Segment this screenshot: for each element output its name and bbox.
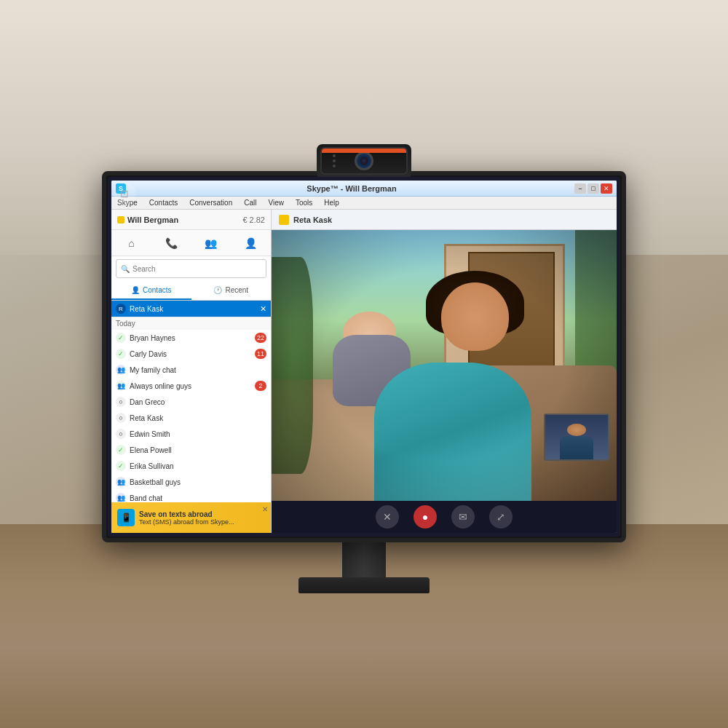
woman-body xyxy=(374,363,531,501)
list-item[interactable]: ✓ Bryan Haynes 22 xyxy=(111,330,271,346)
small-video-scene xyxy=(545,415,608,459)
woman-figure xyxy=(341,271,565,501)
screen: S Skype™ - Will Bergman − □ ✕ Skype Cont… xyxy=(108,177,620,537)
add-contact-nav-button[interactable]: 👤 xyxy=(241,233,261,253)
minimize-button[interactable]: − xyxy=(574,183,586,194)
home-nav-button[interactable]: ⌂ xyxy=(121,233,141,253)
contact-avatar: ✓ xyxy=(116,333,126,343)
webcam-dot-2 xyxy=(333,159,336,162)
webcam-body xyxy=(320,147,408,175)
recent-tab-icon: 🕐 xyxy=(213,286,222,294)
unread-badge: 22 xyxy=(255,333,266,343)
section-today: Today xyxy=(111,317,271,330)
menu-bar: Skype Contacts Conversation Call View To… xyxy=(111,197,617,210)
webcam-dot-3 xyxy=(333,165,336,167)
contact-name: Elena Powell xyxy=(130,446,266,454)
maximize-button[interactable]: □ xyxy=(587,183,599,194)
contact-avatar: 👥 xyxy=(116,477,126,487)
user-header: Will Bergman € 2.82 xyxy=(111,210,271,230)
main-content: Will Bergman € 2.82 ⌂ 📞 👥 👤 🔍 xyxy=(111,210,617,533)
contact-name: Erika Sullivan xyxy=(130,462,266,470)
send-message-button[interactable]: ✉ xyxy=(451,505,475,529)
call-nav-button[interactable]: 📞 xyxy=(161,233,181,253)
contact-name: Basketball guys xyxy=(130,478,266,486)
search-input[interactable] xyxy=(132,265,261,273)
active-contact-item[interactable]: R Reta Kask ✕ xyxy=(111,301,271,317)
monitor: S Skype™ - Will Bergman − □ ✕ Skype Cont… xyxy=(102,171,626,542)
contact-avatar: ✓ xyxy=(116,445,126,455)
contact-tabs: 👤 Contacts 🕐 Recent xyxy=(111,281,271,301)
contact-avatar: 👥 xyxy=(116,381,126,391)
menu-contacts[interactable]: Contacts xyxy=(146,197,181,208)
woman-face xyxy=(441,282,508,352)
list-item[interactable]: ✓ Elena Powell xyxy=(111,442,271,458)
call-contact-status-icon xyxy=(279,215,289,225)
tab-recent[interactable]: 🕐 Recent xyxy=(191,281,272,300)
call-header: Reta Kask xyxy=(272,210,617,230)
contact-name: Bryan Haynes xyxy=(130,334,251,342)
unread-badge: 11 xyxy=(255,349,266,359)
group-nav-button[interactable]: 👥 xyxy=(201,233,221,253)
window-controls: − □ ✕ xyxy=(574,183,612,194)
nav-icons: ⌂ 📞 👥 👤 xyxy=(111,230,271,256)
active-contact-avatar: R xyxy=(116,304,126,314)
close-button[interactable]: ✕ xyxy=(601,183,612,194)
list-item[interactable]: ○ Dan Greco xyxy=(111,394,271,410)
active-contact-close-icon[interactable]: ✕ xyxy=(260,304,266,314)
list-item[interactable]: ✓ Carly Davis 11 xyxy=(111,346,271,362)
menu-tools[interactable]: Tools xyxy=(293,197,315,208)
contact-name: Band chat xyxy=(130,494,266,502)
contact-list[interactable]: Today ✓ Bryan Haynes 22 ✓ Carly Davis xyxy=(111,317,271,502)
list-item[interactable]: 👥 My family chat xyxy=(111,362,271,378)
sidebar: Will Bergman € 2.82 ⌂ 📞 👥 👤 🔍 xyxy=(111,210,272,533)
menu-conversation[interactable]: Conversation xyxy=(186,197,235,208)
promo-subtitle: Text (SMS) abroad from Skype... xyxy=(139,518,234,526)
search-box[interactable]: 🔍 xyxy=(116,259,266,278)
title-bar: S Skype™ - Will Bergman − □ ✕ xyxy=(111,181,617,197)
contact-name: Carly Davis xyxy=(130,350,251,358)
contact-avatar: ○ xyxy=(116,413,126,423)
list-item[interactable]: 👥 Always online guys 2 xyxy=(111,378,271,394)
user-credit: € 2.82 xyxy=(242,215,265,224)
promo-banner: 📱 Save on texts abroad Text (SMS) abroad… xyxy=(111,502,271,533)
webcam-accent-strip xyxy=(322,149,406,153)
contacts-tab-icon: 👤 xyxy=(131,286,140,294)
recent-tab-label: Recent xyxy=(225,286,248,294)
list-item[interactable]: 👥 Basketball guys xyxy=(111,474,271,490)
menu-view[interactable]: View xyxy=(265,197,287,208)
list-item[interactable]: 👥 Band chat xyxy=(111,490,271,502)
contact-name: Reta Kask xyxy=(130,414,266,422)
call-controls: ⊡ ✕ ● ✉ ⤢ xyxy=(272,501,617,533)
tab-contacts[interactable]: 👤 Contacts xyxy=(111,281,191,300)
list-item[interactable]: ○ Edwin Smith xyxy=(111,426,271,442)
promo-close-button[interactable]: ✕ xyxy=(262,505,268,513)
webcam-lens xyxy=(355,151,373,170)
contact-name: My family chat xyxy=(130,366,266,374)
record-button[interactable]: ● xyxy=(414,505,437,529)
contact-avatar: ✓ xyxy=(116,461,126,471)
promo-text: Save on texts abroad Text (SMS) abroad f… xyxy=(139,510,234,526)
list-item[interactable]: ✓ Erika Sullivan xyxy=(111,458,271,474)
small-person-body xyxy=(560,436,593,459)
list-item[interactable]: ○ Reta Kask xyxy=(111,410,271,426)
webcam-dots xyxy=(333,154,336,167)
contact-avatar: 👥 xyxy=(116,493,126,502)
active-contact-name: Reta Kask xyxy=(130,305,256,313)
search-icon: 🔍 xyxy=(121,265,130,273)
skype-window: S Skype™ - Will Bergman − □ ✕ Skype Cont… xyxy=(111,181,617,533)
promo-icon: 📱 xyxy=(117,509,135,526)
webcam-dot-1 xyxy=(333,154,336,157)
promo-title: Save on texts abroad xyxy=(139,510,234,518)
menu-help[interactable]: Help xyxy=(321,197,342,208)
menu-call[interactable]: Call xyxy=(241,197,259,208)
contact-avatar: ✓ xyxy=(116,349,126,359)
plant-decoration xyxy=(272,257,313,474)
fullscreen-button[interactable]: ⤢ xyxy=(489,505,513,529)
end-call-button[interactable]: ✕ xyxy=(376,505,399,529)
monitor-base xyxy=(298,577,430,593)
webcam-lens-inner xyxy=(360,157,368,165)
call-area: Reta Kask xyxy=(272,210,617,533)
window-title: Skype™ - Will Bergman xyxy=(129,184,574,193)
webcam xyxy=(317,144,411,177)
small-person-figure xyxy=(558,424,596,459)
